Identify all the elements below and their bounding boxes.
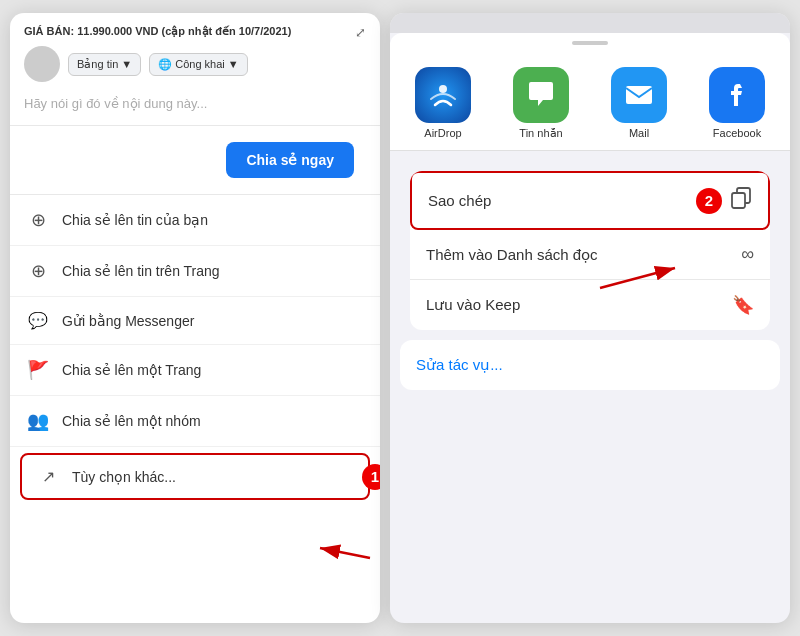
blurred-area [390, 13, 790, 33]
airdrop-icon [415, 67, 471, 123]
app-item-airdrop[interactable]: AirDrop [413, 67, 473, 140]
list-item[interactable]: ⊕ Chia sẻ lên tin của bạn [10, 195, 380, 246]
facebook-label: Facebook [713, 127, 761, 139]
messenger-icon: 💬 [26, 311, 50, 330]
price-text: GIÁ BÁN: 11.990.000 VND (cập nhật đến 10… [24, 25, 366, 38]
group-icon: 👥 [26, 410, 50, 432]
facebook-icon [709, 67, 765, 123]
plus-circle-icon-2: ⊕ [26, 260, 50, 282]
app-item-facebook[interactable]: Facebook [707, 67, 767, 140]
messages-icon [513, 67, 569, 123]
tuy-chon-item[interactable]: ↗ Tùy chọn khác... [20, 453, 370, 500]
menu-item-label-2: Chia sẻ lên tin trên Trang [62, 263, 220, 279]
header-controls: Bảng tin ▼ 🌐 Công khai ▼ [24, 46, 366, 82]
badge-1: 1 [362, 464, 380, 490]
edit-actions-label: Sửa tác vụ... [416, 356, 503, 373]
app-item-mail[interactable]: Mail [609, 67, 669, 140]
sao-chep-wrap: Sao chép 2 [410, 171, 770, 230]
share-apps-row: AirDrop Tin nhắn [390, 53, 790, 151]
public-label: Công khai ▼ [175, 58, 238, 70]
mail-icon [611, 67, 667, 123]
them-vao-label: Thêm vào Danh sách đọc [426, 246, 598, 264]
actions-list: Sao chép 2 [410, 171, 770, 330]
main-container: GIÁ BÁN: 11.990.000 VND (cập nhật đến 10… [10, 13, 790, 623]
share-now-area: Chia sẻ ngay [10, 126, 380, 195]
tuy-chon-label: Tùy chọn khác... [72, 469, 176, 485]
sao-chep-item[interactable]: Sao chép 2 [410, 171, 770, 230]
menu-item-label-5: Chia sẻ lên một nhóm [62, 413, 201, 429]
menu-item-label-3: Gửi bằng Messenger [62, 313, 194, 329]
menu-item-label-4: Chia sẻ lên một Trang [62, 362, 201, 378]
edit-actions-container: Sửa tác vụ... [400, 340, 780, 390]
list-item[interactable]: 👥 Chia sẻ lên một nhóm [10, 396, 380, 447]
flag-icon: 🚩 [26, 359, 50, 381]
copy-icon [730, 187, 752, 214]
badge-2: 2 [696, 188, 722, 214]
list-item[interactable]: 🚩 Chia sẻ lên một Trang [10, 345, 380, 396]
menu-item-label: Chia sẻ lên tin của bạn [62, 212, 208, 228]
luu-vao-label: Lưu vào Keep [426, 296, 520, 314]
sao-chep-right: 2 [696, 187, 752, 214]
reading-list-icon: ∞ [741, 244, 754, 265]
luu-vao-item[interactable]: Lưu vào Keep 🔖 [410, 280, 770, 330]
svg-rect-3 [732, 193, 745, 208]
app-item-messages[interactable]: Tin nhắn [511, 67, 571, 140]
svg-point-0 [439, 85, 447, 93]
svg-rect-1 [626, 86, 652, 104]
badge-1-area: 1 [362, 464, 380, 490]
post-placeholder[interactable]: Hãy nói gì đó về nội dung này... [24, 90, 366, 117]
mail-label: Mail [629, 127, 649, 139]
left-header: GIÁ BÁN: 11.990.000 VND (cập nhật đến 10… [10, 13, 380, 126]
plus-circle-icon: ⊕ [26, 209, 50, 231]
actions-container: Sao chép 2 [400, 161, 780, 390]
expand-icon: ⤢ [355, 25, 366, 40]
edit-actions-item[interactable]: Sửa tác vụ... [400, 342, 780, 388]
airdrop-label: AirDrop [424, 127, 461, 139]
drag-indicator [572, 41, 608, 45]
them-vao-item[interactable]: Thêm vào Danh sách đọc ∞ [410, 230, 770, 280]
right-panel: AirDrop Tin nhắn [390, 13, 790, 623]
messages-label: Tin nhắn [519, 127, 562, 140]
audience-dropdown[interactable]: Bảng tin ▼ [68, 53, 141, 76]
bookmark-icon: 🔖 [732, 294, 754, 316]
left-panel: GIÁ BÁN: 11.990.000 VND (cập nhật đến 10… [10, 13, 380, 623]
external-link-icon: ↗ [36, 467, 60, 486]
avatar [24, 46, 60, 82]
share-now-button[interactable]: Chia sẻ ngay [226, 142, 354, 178]
public-dropdown[interactable]: 🌐 Công khai ▼ [149, 53, 247, 76]
list-item[interactable]: ⊕ Chia sẻ lên tin trên Trang [10, 246, 380, 297]
tuy-chon-container: ↗ Tùy chọn khác... 1 [20, 453, 370, 500]
globe-icon: 🌐 [158, 58, 172, 71]
menu-list: ⊕ Chia sẻ lên tin của bạn ⊕ Chia sẻ lên … [10, 195, 380, 623]
apps-scroll: AirDrop Tin nhắn [402, 67, 778, 140]
sao-chep-label: Sao chép [428, 192, 491, 209]
audience-label: Bảng tin ▼ [77, 58, 132, 71]
drag-handle-area [390, 33, 790, 53]
list-item[interactable]: 💬 Gửi bằng Messenger [10, 297, 380, 345]
